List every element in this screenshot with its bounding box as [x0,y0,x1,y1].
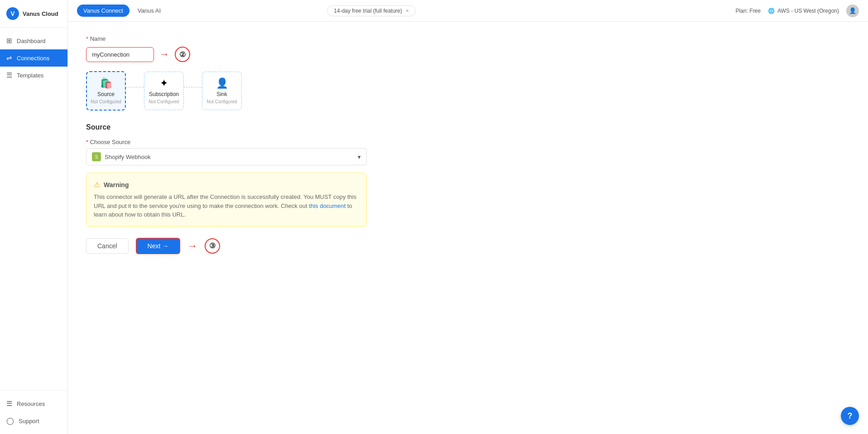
sidebar-item-label: Templates [17,72,43,79]
sink-card-status: Not Configured [206,99,237,104]
logo-icon: V [6,7,19,20]
resources-icon: ☰ [6,400,12,408]
warning-icon: ⚠ [94,180,100,189]
source-section-title: Source [86,123,367,131]
shopify-icon: S [92,152,101,161]
sidebar-nav: ⊞ Dashboard ⇌ Connections ☰ Templates [0,28,67,390]
region-badge: 🌐 AWS - US West (Oregon) [768,8,839,14]
subscription-card-label: Subscription [149,91,179,97]
action-row: Cancel Next → → ③ [86,238,367,254]
subscription-card-icon: ✦ [160,77,168,89]
sidebar-item-dashboard[interactable]: ⊞ Dashboard [0,32,67,49]
name-row: → ② [86,47,367,62]
pipeline-card-source[interactable]: 🛍️ Source Not Configured [86,71,126,111]
source-card-label: Source [97,91,115,97]
sink-card-label: Sink [216,91,227,97]
main-content: * Name → ② 🛍️ Source Not Configured ✦ Su… [68,22,868,434]
subscription-card-status: Not Configured [149,99,179,104]
help-button[interactable]: ? [841,407,859,425]
logo: V Vanus Cloud [0,0,67,28]
sink-card-icon: 👤 [216,77,228,89]
pipeline-card-subscription[interactable]: ✦ Subscription Not Configured [144,72,184,110]
topbar: Vanus Connect Vanus AI 14-day free trial… [68,0,868,22]
form-area: * Name → ② 🛍️ Source Not Configured ✦ Su… [86,35,367,254]
globe-icon: 🌐 [768,8,775,14]
cancel-button[interactable]: Cancel [86,238,129,254]
arrow-icon-2: → [187,240,197,252]
plan-badge: Plan: Free [736,8,761,14]
pipeline-row: 🛍️ Source Not Configured ✦ Subscription … [86,71,367,111]
logo-text: Vanus Cloud [23,10,58,17]
topbar-tabs: Vanus Connect Vanus AI [77,5,167,17]
warning-title: Warning [104,181,129,188]
source-select[interactable]: S Shopify Webhook ▾ [86,148,367,165]
trial-badge: 14-day free trial (full feature) × [327,5,416,16]
topbar-right: Plan: Free 🌐 AWS - US West (Oregon) 👤 [736,5,859,17]
warning-box: ⚠ Warning This connector will generate a… [86,173,367,227]
sidebar-item-label: Support [19,418,39,424]
next-button[interactable]: Next → [136,238,181,254]
dashboard-icon: ⊞ [6,37,12,45]
tab-vanus-ai[interactable]: Vanus AI [131,5,167,17]
name-field-wrapper: * Name [86,35,367,45]
step-circle-2: ② [175,47,190,62]
source-select-value: Shopify Webhook [105,154,151,160]
connections-icon: ⇌ [6,54,12,62]
user-avatar[interactable]: 👤 [846,5,859,17]
support-icon: ◯ [6,417,14,425]
templates-icon: ☰ [6,71,12,79]
name-label: * Name [86,35,367,42]
sidebar-item-templates[interactable]: ☰ Templates [0,67,67,84]
source-select-left: S Shopify Webhook [92,152,151,161]
connection-name-input[interactable] [86,47,154,62]
region-text: AWS - US West (Oregon) [777,8,839,14]
step-circle-3: ③ [205,238,220,254]
warning-text: This connector will generate a URL after… [94,193,359,219]
sidebar-item-label: Dashboard [17,38,46,44]
sidebar-item-support[interactable]: ◯ Support [0,412,67,429]
source-card-status: Not Configured [91,99,121,104]
source-card-icon: 🛍️ [100,77,112,89]
connector-1 [126,87,144,87]
connector-2 [184,87,202,87]
sidebar-bottom: ☰ Resources ◯ Support [0,390,67,434]
tab-vanus-connect[interactable]: Vanus Connect [77,5,129,17]
sidebar: V Vanus Cloud ⊞ Dashboard ⇌ Connections … [0,0,68,434]
sidebar-item-label: Resources [17,400,45,407]
choose-source-label: * Choose Source [86,139,367,145]
trial-close-button[interactable]: × [406,8,409,14]
pipeline-card-sink[interactable]: 👤 Sink Not Configured [202,72,242,110]
arrow-icon-1: → [159,48,169,60]
trial-text: 14-day free trial (full feature) [334,8,402,14]
chevron-down-icon: ▾ [358,154,361,160]
sidebar-item-resources[interactable]: ☰ Resources [0,395,67,412]
sidebar-item-connections[interactable]: ⇌ Connections [0,49,67,67]
warning-header: ⚠ Warning [94,180,359,189]
warning-link[interactable]: this document [309,203,345,209]
sidebar-item-label: Connections [17,55,49,62]
